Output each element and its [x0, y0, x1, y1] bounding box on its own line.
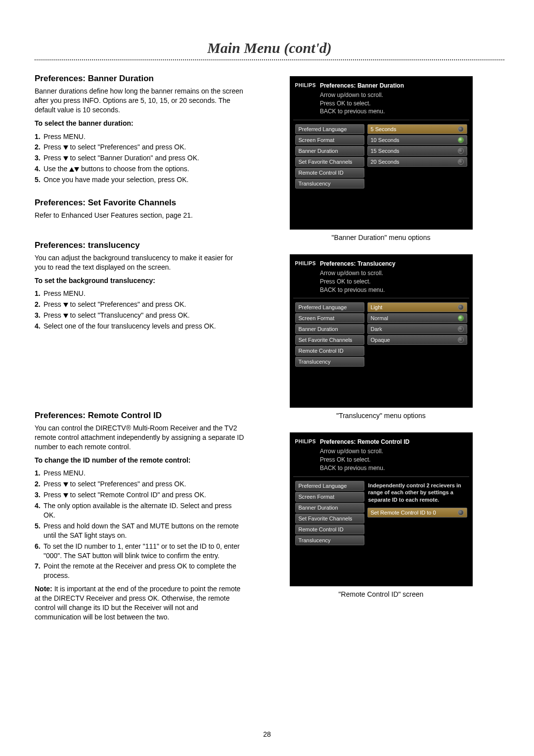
page: Main Menu (cont'd) Preferences: Banner D…: [0, 0, 534, 655]
radio-icon: [458, 126, 464, 132]
step: 6.To set the ID number to 1, enter "111"…: [35, 542, 245, 561]
steps-list: 1.Press MENU. 2.Press to select "Prefere…: [35, 469, 245, 580]
tv-hint: Press OK to select.: [320, 456, 467, 464]
tv-header: PHILIPS Preferences: Translucency Arrow …: [293, 258, 469, 298]
section-intro: You can control the DIRECTV® Multi-Room …: [35, 424, 245, 452]
two-column-layout: Preferences: Banner Duration Banner dura…: [35, 73, 504, 635]
radio-icon: [458, 159, 464, 165]
sidebar-item: Preferred Language: [295, 302, 364, 312]
tv-sidebar: Preferred Language Screen Format Banner …: [295, 302, 364, 367]
tv-hint: Arrow up/down to scroll.: [320, 91, 467, 99]
sidebar-item: Set Favorite Channels: [295, 157, 364, 167]
section-translucency: Preferences: translucency You can adjust…: [35, 240, 245, 331]
tv-hint: Arrow up/down to scroll.: [320, 269, 467, 278]
sidebar-item: Banner Duration: [295, 324, 364, 334]
section-text: Refer to Enhanced User Features section,…: [35, 211, 245, 220]
step: 1.Press MENU.: [35, 289, 245, 298]
subheading: To set the background translucency:: [35, 276, 245, 285]
tv-screenshot-banner: PHILIPS Preferences: Banner Duration Arr…: [290, 76, 473, 230]
down-triangle-icon: [63, 493, 68, 498]
radio-icon: [458, 148, 464, 154]
option-20-seconds: 20 Seconds: [367, 157, 467, 167]
down-triangle-icon: [63, 145, 68, 150]
page-title: Main Menu (cont'd): [35, 40, 504, 56]
sidebar-item: Set Favorite Channels: [295, 335, 364, 345]
figure-caption: "Banner Duration" menu options: [258, 234, 504, 241]
section-intro: You can adjust the background translucen…: [35, 253, 245, 272]
down-triangle-icon: [74, 167, 79, 172]
tv-body: Preferred Language Screen Format Banner …: [293, 298, 469, 369]
figure-caption: "Remote Control ID" screen: [258, 590, 504, 598]
step: 1.Press MENU.: [35, 132, 245, 142]
step: 5.Once you have made your selection, pre…: [35, 175, 245, 185]
tv-title: Preferences: Banner Duration: [320, 82, 467, 90]
sidebar-item: Screen Format: [295, 492, 364, 502]
section-heading: Preferences: Banner Duration: [35, 73, 245, 85]
tv-screenshot-translucency: PHILIPS Preferences: Translucency Arrow …: [290, 254, 473, 408]
sidebar-item: Remote Control ID: [295, 346, 364, 356]
tv-header-text: Preferences: Banner Duration Arrow up/do…: [320, 82, 467, 116]
tv-hint: BACK to previous menu.: [320, 464, 467, 472]
tv-options: Light Normal Dark Opaque: [367, 302, 467, 367]
section-intro: Banner durations define how long the ban…: [35, 87, 245, 115]
radio-icon: [458, 337, 464, 343]
step: 4.Use the buttons to choose from the opt…: [35, 164, 245, 174]
subheading: To select the banner duration:: [35, 119, 245, 128]
sidebar-item: Translucency: [295, 535, 364, 545]
down-triangle-icon: [63, 156, 68, 161]
step: 3.Press to select "Translucency" and pre…: [35, 311, 245, 320]
tv-options: 5 Seconds 10 Seconds 15 Seconds 20 Secon…: [367, 124, 467, 189]
section-heading: Preferences: Remote Control ID: [35, 410, 245, 422]
left-column: Preferences: Banner Duration Banner dura…: [35, 73, 245, 635]
step: 2.Press to select "Preferences" and pres…: [35, 479, 245, 489]
radio-icon: [458, 326, 464, 332]
steps-list: 1.Press MENU. 2.Press to select "Prefere…: [35, 289, 245, 331]
step: 2.Press to select "Preferences" and pres…: [35, 300, 245, 309]
radio-icon: [458, 137, 464, 143]
note-paragraph: Note: It is important at the end of the …: [35, 584, 245, 622]
tv-header: PHILIPS Preferences: Remote Control ID A…: [293, 436, 469, 476]
set-remote-id-button: Set Remote Control ID to 0: [367, 508, 467, 518]
sidebar-item: Remote Control ID: [295, 524, 364, 534]
option-dark: Dark: [367, 324, 467, 334]
subheading: To change the ID number of the remote co…: [35, 456, 245, 465]
sidebar-item: Set Favorite Channels: [295, 514, 364, 523]
figure-caption: "Translucency" menu options: [258, 412, 504, 420]
radio-icon: [458, 510, 464, 516]
tv-body: Preferred Language Screen Format Banner …: [293, 477, 469, 547]
remote-id-description: Independently control 2 recievers in ran…: [367, 481, 467, 507]
right-column: PHILIPS Preferences: Banner Duration Arr…: [258, 73, 504, 635]
down-triangle-icon: [63, 314, 68, 318]
section-heading: Preferences: Set Favorite Channels: [35, 197, 245, 209]
step: 2.Press to select "Preferences" and pres…: [35, 142, 245, 152]
steps-list: 1.Press MENU. 2.Press to select "Prefere…: [35, 132, 245, 185]
sidebar-item: Remote Control ID: [295, 168, 364, 178]
tv-hint: Press OK to select.: [320, 278, 467, 286]
page-number: 28: [0, 730, 534, 738]
sidebar-item: Translucency: [295, 357, 364, 367]
sidebar-item: Banner Duration: [295, 503, 364, 513]
option-light: Light: [367, 302, 467, 312]
tv-title: Preferences: Translucency: [320, 260, 467, 268]
step: 5.Press and hold down the SAT and MUTE b…: [35, 521, 245, 540]
philips-logo: PHILIPS: [295, 82, 316, 88]
tv-options-pane: Independently control 2 recievers in ran…: [367, 481, 467, 545]
section-banner-duration: Preferences: Banner Duration Banner dura…: [35, 73, 245, 185]
option-5-seconds: 5 Seconds: [367, 124, 467, 134]
step: 4.Select one of the four translucency le…: [35, 322, 245, 331]
step: 4.The only option available is the alter…: [35, 501, 245, 520]
up-triangle-icon: [69, 167, 74, 172]
step: 3.Press to select "Banner Duration" and …: [35, 153, 245, 163]
tv-hint: BACK to previous menu.: [320, 107, 467, 116]
sidebar-item: Screen Format: [295, 313, 364, 323]
sidebar-item: Preferred Language: [295, 124, 364, 134]
down-triangle-icon: [63, 303, 68, 307]
title-divider: [35, 59, 504, 60]
philips-logo: PHILIPS: [295, 438, 316, 444]
tv-header-text: Preferences: Remote Control ID Arrow up/…: [320, 438, 467, 472]
tv-screenshot-remote-id: PHILIPS Preferences: Remote Control ID A…: [290, 432, 473, 586]
option-15-seconds: 15 Seconds: [367, 146, 467, 156]
tv-header-text: Preferences: Translucency Arrow up/down …: [320, 260, 467, 294]
sidebar-item: Screen Format: [295, 135, 364, 145]
section-favorite-channels: Preferences: Set Favorite Channels Refer…: [35, 197, 245, 220]
